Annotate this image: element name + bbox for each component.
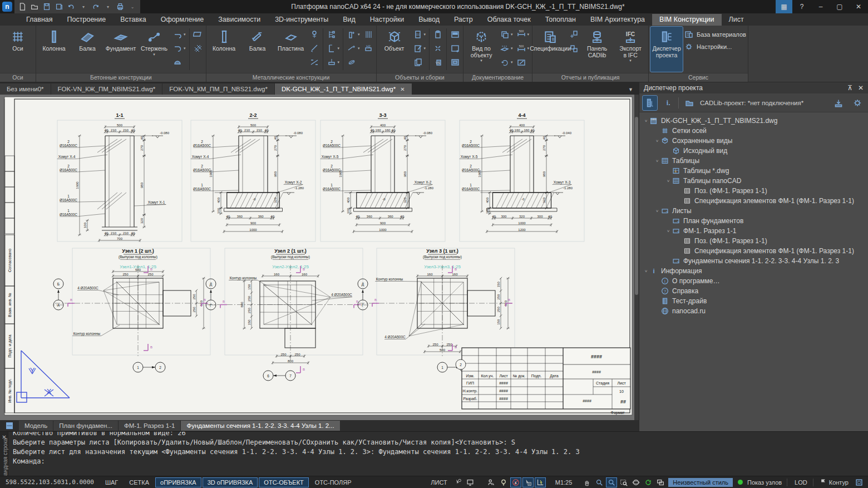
tree-expander-icon[interactable]: ˅: [643, 269, 649, 274]
ribbon-button-стержень[interactable]: Стержень▾: [138, 27, 170, 72]
tree-item[interactable]: Исходный вид: [639, 146, 868, 156]
ribbon-tab-Растр[interactable]: Растр: [447, 14, 480, 26]
zoom-active-icon[interactable]: [606, 477, 617, 487]
ribbon-tab-BIM Архитектура[interactable]: BIM Архитектура: [583, 14, 652, 26]
tree-item[interactable]: Сетки осей: [639, 126, 868, 136]
ribbon-row-gear[interactable]: Настройки...: [684, 42, 746, 52]
ribbon-small-copydoc[interactable]: [412, 56, 427, 68]
ribbon-small-mesh[interactable]: [192, 42, 204, 55]
ribbon-small-tree[interactable]: [326, 28, 341, 41]
ribbon-small-explode[interactable]: [432, 42, 444, 55]
tree-item[interactable]: iО программе…: [639, 276, 868, 286]
ribbon-button-экспорт-в-ifc[interactable]: IFCЭкспорт в IFC▾: [614, 27, 647, 72]
zoom-window-icon[interactable]: [618, 477, 629, 487]
tree-item[interactable]: Поз. (ФМ-1. Разрез 1-1): [639, 236, 868, 246]
tree-item[interactable]: ˅ФМ-1. Разрез 1-1: [639, 226, 868, 236]
no-selection-icon[interactable]: [510, 477, 521, 487]
monitor-icon[interactable]: [465, 477, 476, 487]
tree-item[interactable]: ˅DWGDK-GCH_КЖ_-1_П_ТТ_NBIMS21.dwg: [639, 116, 868, 126]
ribbon-small-hook2[interactable]: ▾: [171, 42, 187, 55]
save-icon[interactable]: [42, 2, 51, 11]
layout-tab[interactable]: ФМ-1. Разрез 1-1: [119, 421, 181, 431]
ribbon-tab-Зависимости[interactable]: Зависимости: [211, 14, 268, 26]
ribbon-small-beamplus[interactable]: ▾: [346, 42, 361, 55]
tree-item[interactable]: Фундаменты сечения 1-1. 2-2. 3-3. 4-4 Уз…: [639, 256, 868, 266]
ribbon-tab-Построение[interactable]: Построение: [60, 14, 114, 26]
toggle-оПРИВЯЗКА[interactable]: оПРИВЯЗКА: [155, 477, 201, 487]
ribbon-small-prof[interactable]: ▾: [326, 42, 341, 55]
document-tab[interactable]: FOK-VN_КЖ_ПМ_NBIMS21.dwg*: [51, 83, 163, 95]
undo-icon[interactable]: [67, 2, 76, 11]
frame-mode-icon[interactable]: [854, 477, 865, 487]
export-icon[interactable]: [831, 96, 846, 110]
space-indicator[interactable]: ЛИСТ: [426, 479, 451, 486]
tree-item[interactable]: nanocad.ru: [639, 306, 868, 316]
tree-expander-icon[interactable]: ˅: [643, 119, 649, 124]
show-nodes-label[interactable]: Показ узлов: [745, 479, 784, 486]
cursor-menu-icon[interactable]: [522, 477, 534, 487]
tree-item[interactable]: Поз. (ФМ-1. Разрез 1-1): [639, 186, 868, 196]
help-button[interactable]: ?: [792, 0, 811, 13]
ribbon-small-h2[interactable]: H2: [362, 42, 374, 55]
ribbon-tab-Облака точек[interactable]: Облака точек: [480, 14, 538, 26]
ribbon-small-frame1[interactable]: [449, 28, 461, 41]
tree-expander-icon[interactable]: ˅: [654, 139, 660, 144]
tree-item[interactable]: Тест-драйв: [639, 296, 868, 306]
new-file-icon[interactable]: [18, 2, 27, 11]
tree-item[interactable]: ?Справка: [639, 286, 868, 296]
ribbon-tab-Оформление[interactable]: Оформление: [154, 14, 211, 26]
document-tab[interactable]: Без имени0*: [0, 83, 51, 95]
pan-icon[interactable]: [581, 477, 593, 487]
ribbon-small-base[interactable]: ▾: [326, 56, 341, 68]
doc-tabs-dropdown-icon[interactable]: ▼: [623, 87, 639, 95]
gear-icon[interactable]: [850, 96, 865, 110]
ribbon-tab-Вставка[interactable]: Вставка: [113, 14, 153, 26]
screens-icon[interactable]: [655, 477, 666, 487]
ribbon-button-балка[interactable]: Балка: [71, 27, 103, 72]
info-view-button[interactable]: i.: [660, 96, 675, 110]
pin-icon[interactable]: ⊼: [847, 84, 852, 92]
layout-tab[interactable]: План фундамен...: [53, 421, 119, 431]
undo-dropdown[interactable]: ▾: [79, 2, 88, 11]
ribbon-small-bolt[interactable]: [308, 28, 320, 41]
lod-button[interactable]: LOD: [790, 479, 812, 486]
ribbon-small-dome[interactable]: [171, 56, 187, 68]
toggle-ОТС-ПОЛЯР[interactable]: ОТС-ПОЛЯР: [310, 477, 357, 487]
redo-dropdown[interactable]: ▾: [103, 2, 112, 11]
ribbon-small-hook[interactable]: ▾: [171, 28, 187, 41]
ribbon-button-диспетчер-проекта[interactable]: Диспетчер проекта: [650, 27, 683, 72]
panel-close-icon[interactable]: ✕: [858, 84, 864, 92]
ribbon-row-matdb[interactable]: База материалов: [684, 29, 746, 40]
print-icon[interactable]: [116, 2, 125, 11]
tree-item[interactable]: ˅Листы: [639, 206, 868, 216]
ribbon-button-колонна[interactable]: Колонна: [208, 27, 240, 72]
tree-item[interactable]: Спецификация элементов ФМ-1 (ФМ-1. Разре…: [639, 196, 868, 206]
open-file-icon[interactable]: [30, 2, 39, 11]
zoom-icon[interactable]: [594, 477, 605, 487]
dynamic-input-icon[interactable]: [535, 477, 546, 487]
ribbon-tab-Настройки[interactable]: Настройки: [363, 14, 411, 26]
regen-icon[interactable]: [643, 477, 654, 487]
document-tab[interactable]: FOK-VN_КМ_ПМ_П_NBS21.dwg*: [162, 83, 275, 95]
ribbon-button-вид-по-объекту[interactable]: Вид по объекту▾: [465, 27, 497, 72]
ribbon-button-спецификации[interactable]: Спецификации: [534, 27, 566, 72]
ribbon-button-колонна[interactable]: Колонна: [38, 27, 70, 72]
layouts-icon[interactable]: [2, 421, 17, 431]
ribbon-small-exp2[interactable]: [568, 42, 580, 55]
ribbon-small-weld[interactable]: [308, 42, 320, 55]
ribbon-tab-Вид[interactable]: Вид: [336, 14, 363, 26]
ribbon-small-section[interactable]: ▾: [499, 42, 514, 55]
toggle-ОТС-ОБЪЕКТ[interactable]: ОТС-ОБЪЕКТ: [259, 477, 308, 487]
ribbon-small-editdoc[interactable]: ▾: [412, 42, 427, 55]
ribbon-button-балка[interactable]: Балка: [241, 27, 274, 72]
drawing-canvas[interactable]: Инв. № подл.Подп. и датаВзам. инв. №Согл…: [0, 95, 639, 420]
ribbon-tab-Лист[interactable]: Лист: [722, 14, 751, 26]
toggle-СЕТКА[interactable]: СЕТКА: [124, 477, 154, 487]
structure-view-button[interactable]: [643, 96, 657, 110]
tree-item[interactable]: ˅Таблицы nanoCAD: [639, 176, 868, 186]
tree-item[interactable]: AТаблицы *.dwg: [639, 166, 868, 176]
table-tool-icon[interactable]: ▦: [776, 0, 792, 13]
ribbon-small-paste[interactable]: [432, 28, 444, 41]
orbit-icon[interactable]: [630, 477, 642, 487]
ribbon-small-layers[interactable]: ▾: [499, 28, 514, 41]
